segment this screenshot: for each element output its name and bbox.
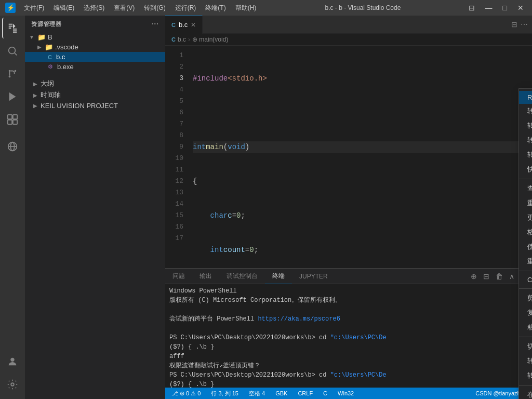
activity-account[interactable] <box>2 351 23 372</box>
tree-item-bc[interactable]: C b.c <box>25 52 165 62</box>
status-errors: ⊗ 0 <box>180 390 189 397</box>
breadcrumb: C b.c › ⊕ main(void) <box>165 34 532 46</box>
terminal-tab-problems[interactable]: 问题 <box>165 269 192 284</box>
outline-section: ▶ 大纲 ▶ 时间轴 ▶ KEIL UVISION PROJECT <box>25 76 165 113</box>
status-encoding[interactable]: GBK <box>273 390 289 396</box>
status-line-col[interactable]: 行 3, 列 15 <box>209 390 241 397</box>
menu-divider-5 <box>519 385 532 385</box>
menu-change-all[interactable]: 更改所有匹配项 Ctrl+F2 <box>519 210 532 225</box>
menu-goto-definition[interactable]: 转到定义 F12 <box>519 104 532 118</box>
line-num-11: 11 <box>165 164 183 176</box>
menu-file[interactable]: 文件(F) <box>20 3 48 14</box>
menu-paste[interactable]: 粘贴 Ctrl+V <box>519 320 532 335</box>
menu-refactor-label: 重构... <box>527 257 532 266</box>
tree-item-bexe[interactable]: ⚙ b.exe <box>25 62 165 72</box>
close-button[interactable]: ✕ <box>514 3 527 13</box>
terminal-tab-debug[interactable]: 调试控制台 <box>219 269 265 284</box>
tab-label: b.c <box>179 21 188 29</box>
menu-cut[interactable]: 剪切 Ctrl+X <box>519 291 532 305</box>
menu-toggle-header[interactable]: 切换标头/源 Alt+O <box>519 339 532 354</box>
menu-select[interactable]: 选择(S) <box>79 3 109 14</box>
outline-header[interactable]: ▶ 大纲 <box>29 78 161 89</box>
activity-settings[interactable] <box>2 374 23 395</box>
kill-terminal-icon[interactable]: 🗑 <box>494 271 505 282</box>
tabs-bar: C b.c ✕ ⊟ ⋯ <box>165 16 532 34</box>
svg-rect-7 <box>13 115 17 119</box>
minimize-button[interactable]: — <box>482 3 496 13</box>
maximize-button[interactable]: □ <box>500 3 510 13</box>
menu-goto-symbol-workspace[interactable]: 转到工作区中的符号... Ctrl+T <box>519 368 532 383</box>
menu-run-code-label: Run Code <box>527 94 532 101</box>
tree-item-vscode[interactable]: ▶ 📁 .vscode <box>25 42 165 52</box>
breadcrumb-sep: › <box>188 36 190 43</box>
status-branch[interactable]: ⎇ ⊗ 0 ⚠ 0 <box>169 390 203 397</box>
activity-extensions[interactable] <box>2 109 23 130</box>
menu-format-with[interactable]: 使用...格式化文档 <box>519 240 532 254</box>
file-c-icon: C <box>171 22 176 28</box>
chevron-down-icon: ▼ <box>29 34 34 40</box>
terminal-maximize-icon[interactable]: ∧ <box>507 271 516 282</box>
terminal-content[interactable]: Windows PowerShell 版权所有 (C) Microsoft Co… <box>165 284 532 388</box>
activity-source-control[interactable] <box>2 63 23 84</box>
breadcrumb-bc[interactable]: b.c <box>178 36 186 43</box>
status-platform[interactable]: Win32 <box>336 390 356 396</box>
menu-edit[interactable]: 编辑(E) <box>49 3 78 14</box>
menu-commit-changes[interactable]: Commit Changes › <box>519 273 532 286</box>
status-language-label: C <box>323 390 327 396</box>
menu-view[interactable]: 查看(V) <box>110 3 139 14</box>
line-num-4: 4 <box>165 84 183 96</box>
menu-goto-ref[interactable]: 转到引用 Shift+F12 <box>519 148 532 162</box>
status-eol[interactable]: CRLF <box>296 390 315 396</box>
folder-icon: 📁 <box>45 43 53 51</box>
menu-goto-symbol-editor[interactable]: 转到编辑器中的符号... Ctrl+Shift+O <box>519 354 532 368</box>
activity-remote[interactable] <box>2 136 23 157</box>
code-content[interactable]: #include <stdio.h> int main(void) { char… <box>189 46 532 268</box>
chevron-right-icon: ▶ <box>33 81 37 87</box>
breadcrumb-file[interactable]: C <box>171 36 176 43</box>
menu-terminal[interactable]: 终端(T) <box>201 3 230 14</box>
menu-format-doc-label: 格式化文档 <box>527 228 532 237</box>
breadcrumb-main[interactable]: ⊕ main(void) <box>192 36 228 43</box>
split-editor-icon[interactable]: ⊟ <box>511 20 517 29</box>
terminal-tab-jupyter[interactable]: JUPYTER <box>292 269 335 284</box>
menu-help[interactable]: 帮助(H) <box>231 3 261 14</box>
menu-find-all-refs[interactable]: 查找所有引用 Shift+Alt+F12 <box>519 181 532 196</box>
terminal-link[interactable]: https://aka.ms/pscore6 <box>258 315 340 323</box>
new-terminal-icon[interactable]: ⊕ <box>469 271 479 282</box>
menu-code-analysis[interactable]: 在活动文件运行 Code Analysis <box>519 388 532 399</box>
menu-goto[interactable]: 转到(G) <box>140 3 169 14</box>
status-language[interactable]: C <box>321 390 329 396</box>
status-platform-label: Win32 <box>338 390 354 396</box>
layout-button[interactable]: ⊟ <box>466 3 478 13</box>
menu-format-doc[interactable]: 格式化文档 Shift+Alt+F <box>519 225 532 240</box>
tree-item-b[interactable]: ▼ 📁 B <box>25 32 165 42</box>
activity-debug[interactable] <box>2 86 23 107</box>
terminal-tab-output[interactable]: 输出 <box>192 269 219 284</box>
menu-run-code[interactable]: Run Code Ctrl+Alt+N <box>519 91 532 104</box>
terminal-tab-terminal[interactable]: 终端 <box>265 269 292 284</box>
terminal-line-4: 尝试新的跨平台 PowerShell https://aka.ms/pscore… <box>169 314 528 324</box>
timeline-header[interactable]: ▶ 时间轴 <box>29 89 161 101</box>
menu-run[interactable]: 运行(R) <box>171 3 201 14</box>
menu-peek[interactable]: 快速查看 › <box>519 162 532 177</box>
more-actions-icon[interactable]: ⋯ <box>521 20 528 29</box>
file-c-icon: C <box>48 54 52 60</box>
split-terminal-icon[interactable]: ⊟ <box>481 271 491 282</box>
menu-refactor[interactable]: 重构... Ctrl+Shift+R <box>519 254 532 269</box>
code-editor[interactable]: 1 2 3 4 5 6 7 8 9 10 11 12 13 14 15 16 1… <box>165 46 532 268</box>
activity-explorer[interactable] <box>2 18 23 38</box>
status-spaces[interactable]: 空格 4 <box>247 390 267 397</box>
terminal-line-5 <box>169 324 528 333</box>
menu-copy[interactable]: 复制 Ctrl+C <box>519 305 532 320</box>
keil-header[interactable]: ▶ KEIL UVISION PROJECT <box>29 101 161 111</box>
tab-close-icon[interactable]: ✕ <box>191 21 196 29</box>
menu-goto-declaration[interactable]: 转到声明 <box>519 118 532 133</box>
activity-search[interactable] <box>2 41 23 61</box>
menu-goto-type-def[interactable]: 转到类型定义 <box>519 133 532 148</box>
title-bar: ⚡ 文件(F) 编辑(E) 选择(S) 查看(V) 转到(G) 运行(R) 终端… <box>0 0 532 16</box>
menu-divider-1 <box>519 179 532 179</box>
menu-rename[interactable]: 重命名符号 F2 <box>519 196 532 210</box>
tab-bc[interactable]: C b.c ✕ <box>165 16 203 34</box>
activity-bar <box>0 16 25 399</box>
sidebar-new-file-icon[interactable]: ⋯ <box>151 20 159 28</box>
